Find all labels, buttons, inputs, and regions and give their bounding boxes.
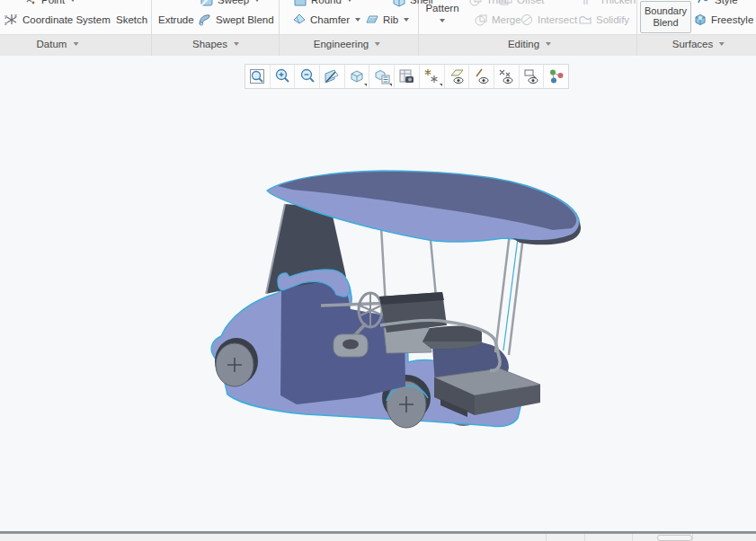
group-surfaces[interactable]: Surfaces bbox=[672, 39, 725, 49]
chevron-down-icon bbox=[719, 42, 725, 46]
chamfer-icon bbox=[292, 13, 307, 27]
round-button[interactable]: Round bbox=[293, 0, 352, 8]
coordinate-system-label: Coordinate System bbox=[22, 14, 111, 25]
intersect-label: Intersect bbox=[538, 14, 577, 25]
rib-button[interactable]: Rib bbox=[365, 12, 409, 28]
chevron-down-icon bbox=[404, 18, 409, 22]
style-label: Style bbox=[715, 0, 738, 5]
boundary-blend-label: Boundary Blend bbox=[641, 5, 690, 29]
offset-label: Offset bbox=[517, 0, 544, 5]
sketch-label: Sketch bbox=[116, 14, 147, 25]
group-engineering-label: Engineering bbox=[314, 39, 369, 49]
svg-text:z: z bbox=[4, 21, 7, 26]
chevron-down-icon bbox=[70, 0, 76, 2]
point-icon bbox=[23, 0, 38, 7]
boundary-blend-button[interactable]: Boundary Blend bbox=[640, 1, 691, 33]
freestyle-button[interactable]: Freestyle bbox=[693, 12, 753, 28]
sweep-button[interactable]: Sweep bbox=[200, 0, 260, 8]
svg-text:x: x bbox=[14, 13, 17, 18]
shell-icon bbox=[392, 0, 406, 7]
point-button[interactable]: Point bbox=[23, 0, 76, 8]
intersect-button: Intersect bbox=[520, 12, 577, 28]
front-near-wheel[interactable] bbox=[216, 343, 253, 386]
chevron-down-icon bbox=[546, 42, 551, 46]
group-engineering[interactable]: Engineering bbox=[314, 39, 380, 49]
rib-icon bbox=[365, 13, 379, 27]
graphics-area[interactable] bbox=[0, 56, 756, 531]
swept-blend-button[interactable]: Swept Blend bbox=[198, 12, 274, 28]
solidify-label: Solidify bbox=[596, 14, 629, 25]
status-indicator-box bbox=[657, 535, 692, 541]
freestyle-label: Freestyle bbox=[711, 14, 753, 25]
status-cell-divider bbox=[584, 534, 585, 541]
group-datum-label: Datum bbox=[37, 39, 67, 49]
thicken-icon bbox=[582, 0, 596, 7]
pattern-label: Pattern bbox=[425, 3, 458, 13]
thicken-label: Thicken bbox=[600, 0, 636, 5]
status-bar bbox=[0, 534, 756, 541]
freestyle-icon bbox=[693, 13, 707, 27]
group-datum[interactable]: Datum bbox=[37, 39, 79, 49]
chevron-down-icon bbox=[440, 19, 445, 22]
sweep-icon bbox=[200, 0, 214, 7]
chamfer-button[interactable]: Chamfer bbox=[292, 12, 360, 28]
round-icon bbox=[293, 0, 307, 7]
sweep-label: Sweep bbox=[218, 0, 249, 5]
chevron-down-icon bbox=[254, 0, 260, 2]
sketch-button[interactable]: Sketch bbox=[116, 12, 147, 28]
rib-label: Rib bbox=[383, 14, 398, 25]
ribbon-group-band: Datum Shapes Engineering Editing Surface… bbox=[0, 34, 756, 57]
style-button[interactable]: Style bbox=[697, 0, 738, 8]
group-shapes-label: Shapes bbox=[192, 39, 227, 49]
round-label: Round bbox=[311, 0, 342, 5]
solidify-button: Solidify bbox=[578, 12, 629, 28]
style-icon bbox=[697, 0, 711, 7]
chevron-down-icon bbox=[347, 0, 352, 2]
golf-cart-model[interactable] bbox=[0, 56, 756, 531]
group-surfaces-label: Surfaces bbox=[672, 39, 713, 49]
group-editing[interactable]: Editing bbox=[508, 39, 551, 49]
intersect-icon bbox=[520, 13, 534, 27]
dashboard-pod[interactable] bbox=[334, 334, 368, 357]
thicken-button: Thicken bbox=[582, 0, 636, 8]
swept-blend-icon bbox=[198, 13, 212, 27]
trim-icon bbox=[468, 0, 483, 7]
status-cell-divider bbox=[632, 534, 633, 541]
merge-label: Merge bbox=[492, 14, 521, 25]
swept-blend-label: Swept Blend bbox=[216, 14, 274, 25]
merge-icon bbox=[474, 13, 488, 27]
group-shapes[interactable]: Shapes bbox=[192, 39, 239, 49]
svg-text:y: y bbox=[4, 13, 7, 19]
offset-icon bbox=[499, 0, 513, 7]
chevron-down-icon bbox=[73, 42, 78, 46]
coordinate-system-button[interactable]: yzx Coordinate System bbox=[4, 12, 111, 28]
pattern-button[interactable]: Pattern bbox=[419, 0, 466, 33]
status-cell-divider bbox=[546, 534, 547, 541]
chamfer-label: Chamfer bbox=[310, 14, 350, 25]
group-editing-label: Editing bbox=[508, 39, 539, 49]
coordinate-system-icon: yzx bbox=[4, 13, 19, 27]
solidify-icon bbox=[578, 13, 592, 27]
status-cell-divider bbox=[692, 534, 693, 541]
extrude-button[interactable]: Extrude bbox=[158, 12, 194, 28]
point-label: Point bbox=[41, 0, 65, 5]
merge-button: Merge bbox=[474, 12, 521, 28]
extrude-label: Extrude bbox=[158, 14, 194, 25]
chevron-down-icon bbox=[355, 18, 360, 22]
chevron-down-icon bbox=[234, 42, 239, 46]
ribbon: Point yzx Coordinate System Sketch Extru… bbox=[0, 0, 756, 34]
chevron-down-icon bbox=[375, 42, 380, 46]
offset-button: Offset bbox=[499, 0, 544, 8]
